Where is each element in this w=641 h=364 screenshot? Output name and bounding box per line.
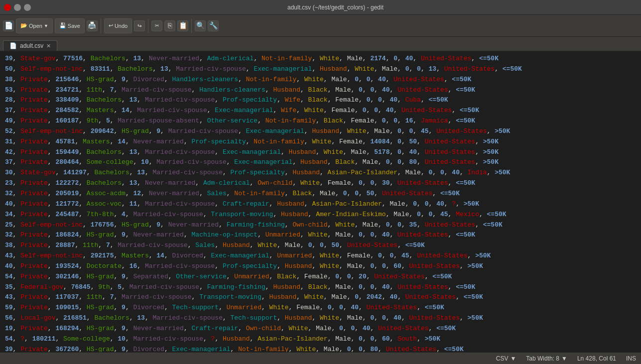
line-number: 32 xyxy=(5,231,13,239)
toolbar-separator-1 xyxy=(101,19,101,33)
line-number: 40 xyxy=(5,262,13,270)
table-row: 31, Private, 45781, Masters, 14, Never-m… xyxy=(0,137,641,147)
table-row: 38, Private, 215646, HS-grad, 9, Divorce… xyxy=(0,75,641,85)
find-button[interactable]: 🔍 xyxy=(195,20,206,31)
line-number: 30 xyxy=(5,169,13,176)
line-number: 40 xyxy=(5,200,13,208)
line-number: 38 xyxy=(5,242,13,249)
line-number: 39 xyxy=(5,346,13,352)
table-row: 49, Private, 160187, 9th, 5, Married-spo… xyxy=(0,116,641,126)
copy-button[interactable]: ⎘ xyxy=(164,20,175,31)
window-title: adult.csv (~/test/gedit_colors) - gedit xyxy=(34,4,637,11)
line-number: 49 xyxy=(5,117,13,124)
line-number: 28 xyxy=(5,96,13,104)
line-number: 39 xyxy=(5,55,13,62)
table-row: 37, Private, 280464, Some-college, 10, M… xyxy=(0,157,641,168)
save-icon: 💾 xyxy=(59,22,66,29)
maximize-button[interactable] xyxy=(24,4,31,11)
toolbar-separator-2 xyxy=(148,19,148,33)
table-row: 25, Self-emp-not-inc, 176756, HS-grad, 9… xyxy=(0,220,641,231)
paste-button[interactable]: 📋 xyxy=(177,20,188,31)
file-icon: 📄 xyxy=(9,42,17,49)
tab-close-button[interactable]: ✕ xyxy=(46,43,51,49)
table-row: 32, Private, 186824, HS-grad, 9, Never-m… xyxy=(0,230,641,241)
line-number: 53 xyxy=(5,86,13,94)
open-button[interactable]: 📂 Open ▼ xyxy=(16,18,53,33)
table-row: 50, Self-emp-not-inc, 83311, Bachelors, … xyxy=(0,64,641,75)
table-row: 43, Private, 117037, 11th, 7, Married-ci… xyxy=(0,292,641,303)
line-number: 37 xyxy=(5,158,13,166)
tab-width-status[interactable]: Tab Width: 8 ▼ xyxy=(526,355,567,362)
table-row: 43, Self-emp-not-inc, 292175, Masters, 1… xyxy=(0,251,641,261)
table-row: 56, Local-gov, 216851, Bachelors, 13, Ma… xyxy=(0,313,641,324)
table-row: 40, Private, 121772, Assoc-voc, 11, Marr… xyxy=(0,199,641,210)
table-row: 40, Private, 193524, Doctorate, 16, Marr… xyxy=(0,261,641,272)
line-number: 34 xyxy=(5,211,13,218)
line-number: 54 xyxy=(5,273,13,280)
line-number: 59 xyxy=(5,304,13,311)
tools-button[interactable]: 🔧 xyxy=(208,20,219,31)
line-number: 56 xyxy=(5,314,13,322)
insert-mode-status: INS xyxy=(626,355,636,362)
cursor-position-status: Ln 428, Col 61 xyxy=(577,355,616,362)
table-row: 28, Private, 338409, Bachelors, 13, Marr… xyxy=(0,95,641,106)
table-row: 53, Private, 234721, 11th, 7, Married-ci… xyxy=(0,85,641,96)
line-number: 35 xyxy=(5,283,13,291)
line-number: 42 xyxy=(5,148,13,156)
table-row: 52, Self-emp-not-inc, 209642, HS-grad, 9… xyxy=(0,126,641,137)
editor-area[interactable]: 39, State-gov, 77516, Bachelors, 13, Nev… xyxy=(0,52,641,352)
tabbar: 📄 adult.csv ✕ xyxy=(0,37,641,52)
new-file-button[interactable]: 📄 xyxy=(3,20,14,31)
line-number: 37 xyxy=(5,107,13,114)
line-number: 52 xyxy=(5,127,13,135)
line-number: 31 xyxy=(5,138,13,145)
line-number: 43 xyxy=(5,293,13,301)
line-number: 19 xyxy=(5,325,13,332)
undo-icon: ↩ xyxy=(109,22,113,29)
cut-button[interactable]: ✂ xyxy=(151,20,162,31)
line-number: 23 xyxy=(5,179,13,187)
line-number: 50 xyxy=(5,65,13,73)
table-row: 38, Private, 28887, 11th, 7, Married-civ… xyxy=(0,241,641,251)
toolbar: 📄 📂 Open ▼ 💾 Save 🖨️ ↩ Undo ↪ ✂ ⎘ 📋 🔍 🔧 xyxy=(0,15,641,37)
table-row: 39, State-gov, 77516, Bachelors, 13, Nev… xyxy=(0,54,641,64)
minimize-button[interactable] xyxy=(14,4,21,11)
table-row: 54, Private, 302146, HS-grad, 9, Separat… xyxy=(0,272,641,282)
toolbar-separator-3 xyxy=(191,19,192,33)
table-row: 37, Private, 284582, Masters, 14, Marrie… xyxy=(0,106,641,116)
redo-button[interactable]: ↪ xyxy=(134,20,145,31)
open-icon: 📂 xyxy=(20,22,27,29)
save-button[interactable]: 💾 Save xyxy=(55,18,85,33)
table-row: 42, Private, 159449, Bachelors, 13, Marr… xyxy=(0,147,641,158)
print-button[interactable]: 🖨️ xyxy=(87,20,98,31)
table-row: 59, Private, 109015, HS-grad, 9, Divorce… xyxy=(0,303,641,313)
table-row: 32, Private, 205019, Assoc-acdm, 12, Nev… xyxy=(0,189,641,199)
line-number: 54 xyxy=(5,335,13,343)
line-number: 32 xyxy=(5,190,13,197)
undo-button[interactable]: ↩ Undo xyxy=(104,18,132,33)
table-row: 23, Private, 122272, Bachelors, 13, Neve… xyxy=(0,178,641,189)
statusbar: CSV ▼ Tab Width: 8 ▼ Ln 428, Col 61 INS xyxy=(0,352,641,364)
tab-adult-csv[interactable]: 📄 adult.csv ✕ xyxy=(3,40,57,51)
table-row: 39, Private, 367260, HS-grad, 9, Divorce… xyxy=(0,345,641,352)
code-content: 39, State-gov, 77516, Bachelors, 13, Nev… xyxy=(0,54,641,352)
close-button[interactable] xyxy=(4,4,11,11)
table-row: 54, ?, 180211, Some-college, 10, Married… xyxy=(0,334,641,345)
file-type-status[interactable]: CSV ▼ xyxy=(496,355,516,362)
line-number: 25 xyxy=(5,221,13,229)
line-number: 38 xyxy=(5,76,13,83)
open-dropdown-icon: ▼ xyxy=(44,23,48,28)
table-row: 30, State-gov, 141297, Bachelors, 13, Ma… xyxy=(0,168,641,178)
tab-dropdown-icon: ▼ xyxy=(561,355,567,362)
titlebar: adult.csv (~/test/gedit_colors) - gedit xyxy=(0,0,641,15)
line-number: 43 xyxy=(5,252,13,259)
dropdown-arrow-icon: ▼ xyxy=(510,355,516,362)
table-row: 35, Federal-gov, 76845, 9th, 5, Married-… xyxy=(0,282,641,293)
table-row: 19, Private, 168294, HS-grad, 9, Never-m… xyxy=(0,324,641,334)
table-row: 34, Private, 245487, 7th-8th, 4, Married… xyxy=(0,210,641,220)
